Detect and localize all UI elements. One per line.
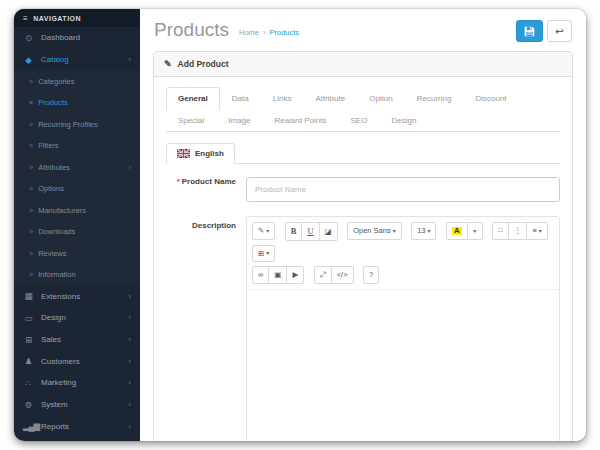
reply-arrow-icon: ↩ <box>555 26 563 37</box>
sidebar-item-extensions[interactable]: ▦ Extensions › <box>14 285 140 307</box>
unordered-list-button[interactable]: ∷ <box>492 222 509 240</box>
submenu-arrow-icon: » <box>29 184 33 193</box>
chevron-right-icon: › <box>128 422 131 431</box>
tab-design[interactable]: Design <box>379 109 428 132</box>
tab-attribute[interactable]: Attribute <box>303 87 357 110</box>
sidebar-item-label: Marketing <box>41 378 76 387</box>
insert-video-button[interactable]: ▶ <box>286 266 304 284</box>
back-button[interactable]: ↩ <box>547 20 572 42</box>
breadcrumb-home[interactable]: Home <box>239 28 259 37</box>
chevron-right-icon: › <box>128 55 131 64</box>
save-button[interactable] <box>516 20 543 42</box>
tab-data[interactable]: Data <box>220 87 261 110</box>
insert-link-button[interactable]: ∞ <box>252 266 269 284</box>
chevron-right-icon: › <box>128 335 131 344</box>
unordered-list-icon: ∷ <box>498 227 503 235</box>
sidebar-item-categories[interactable]: » Categories <box>14 70 140 92</box>
tab-recurring[interactable]: Recurring <box>405 87 464 110</box>
description-editing-area[interactable] <box>247 289 559 442</box>
sidebar-item-label: Reports <box>41 422 69 431</box>
tab-general[interactable]: General <box>166 87 220 110</box>
page-title: Products <box>154 20 229 39</box>
sidebar-item-products[interactable]: » Products <box>14 92 140 114</box>
insert-table-dropdown[interactable]: ⊞ ▾ <box>252 245 275 263</box>
sidebar-item-label: Options <box>38 184 64 193</box>
tab-option[interactable]: Option <box>357 87 405 110</box>
sidebar-item-label: Catalog <box>41 55 69 64</box>
sidebar-item-sales[interactable]: ⊞ Sales › <box>14 329 140 351</box>
sidebar-item-label: Extensions <box>41 292 80 301</box>
sidebar-item-label: System <box>41 400 68 409</box>
breadcrumb-current[interactable]: Products <box>270 28 300 37</box>
sidebar-item-system[interactable]: ⚙ System › <box>14 394 140 416</box>
tab-special[interactable]: Special <box>166 109 216 132</box>
help-icon: ? <box>369 271 373 279</box>
sidebar-item-attributes[interactable]: » Attributes › <box>14 156 140 178</box>
sidebar-item-label: Information <box>38 270 76 279</box>
sidebar-item-dashboard[interactable]: ⊙ Dashboard <box>14 27 140 49</box>
submenu-arrow-icon: » <box>29 77 33 86</box>
editor-toolbar: ✎ ▾ B U ◪ <box>247 217 559 289</box>
submenu-arrow-icon: » <box>29 270 33 279</box>
eraser-icon: ◪ <box>325 228 332 236</box>
user-icon: ♟ <box>23 356 34 366</box>
submenu-arrow-icon: » <box>29 141 33 150</box>
panel-title: Add Product <box>178 59 229 69</box>
tab-language-english[interactable]: English <box>166 143 235 164</box>
admin-window: ≡ NAVIGATION ⊙ Dashboard ◆ Catalog › » C… <box>14 9 586 441</box>
tab-seo[interactable]: SEO <box>339 109 380 132</box>
sidebar-item-customers[interactable]: ♟ Customers › <box>14 350 140 372</box>
panel-heading: ✎ Add Product <box>154 52 572 77</box>
sidebar-item-label: Products <box>38 98 68 107</box>
language-tab-label: English <box>195 149 224 158</box>
sidebar-item-manufacturers[interactable]: » Manufacturers <box>14 199 140 221</box>
paragraph-align-dropdown[interactable]: ≡ ▾ <box>526 222 547 240</box>
sidebar-item-marketing[interactable]: ∴ Marketing › <box>14 372 140 394</box>
table-icon: ⊞ <box>258 250 264 258</box>
sidebar-item-design[interactable]: ▭ Design › <box>14 307 140 329</box>
font-color-dropdown[interactable]: ▾ <box>467 222 483 240</box>
page-header: Products Home › Products <box>140 9 586 48</box>
chevron-right-icon: › <box>128 313 131 322</box>
chevron-right-icon: › <box>128 378 131 387</box>
sidebar-item-catalog[interactable]: ◆ Catalog › <box>14 49 140 71</box>
sidebar-header-label: NAVIGATION <box>33 15 81 22</box>
required-mark: * <box>177 177 180 186</box>
underline-button[interactable]: U <box>301 222 319 241</box>
ordered-list-icon: ⋮ <box>514 227 522 235</box>
tag-icon: ◆ <box>23 55 34 65</box>
product-name-input[interactable] <box>246 177 560 202</box>
sidebar-item-label: Manufacturers <box>38 206 86 215</box>
tab-reward-points[interactable]: Reward Points <box>262 109 338 132</box>
sidebar-item-recurring-profiles[interactable]: » Recurring Profiles <box>14 113 140 135</box>
breadcrumb-separator: › <box>263 28 266 37</box>
sidebar-item-reviews[interactable]: » Reviews <box>14 242 140 264</box>
uk-flag-icon <box>177 149 190 158</box>
caret-down-icon: ▾ <box>266 250 269 256</box>
clear-formatting-button[interactable]: ◪ <box>319 222 338 241</box>
font-family-dropdown[interactable]: Open Sans ▾ <box>347 222 402 240</box>
style-button[interactable]: ✎ ▾ <box>252 222 275 240</box>
sidebar-item-filters[interactable]: » Filters <box>14 135 140 157</box>
help-button[interactable]: ? <box>363 266 379 284</box>
sidebar-item-options[interactable]: » Options <box>14 178 140 200</box>
insert-image-button[interactable]: ▣ <box>268 266 287 284</box>
breadcrumb: Home › Products <box>239 28 299 37</box>
submenu-arrow-icon: » <box>29 120 33 129</box>
font-size-dropdown[interactable]: 13 ▾ <box>411 222 436 240</box>
sidebar-item-downloads[interactable]: » Downloads <box>14 221 140 243</box>
caret-down-icon: ▾ <box>473 228 476 234</box>
ordered-list-button[interactable]: ⋮ <box>508 222 528 240</box>
floppy-disk-icon <box>524 26 535 37</box>
fullscreen-button[interactable]: ⤢ <box>314 266 332 284</box>
sidebar-item-reports[interactable]: ▂▄▆ Reports › <box>14 416 140 438</box>
font-color-button[interactable]: A <box>446 222 468 240</box>
code-view-button[interactable]: </> <box>331 266 354 284</box>
tab-links[interactable]: Links <box>261 87 304 110</box>
bold-button[interactable]: B <box>285 222 303 241</box>
sidebar-item-label: Customers <box>41 357 80 366</box>
sidebar-item-information[interactable]: » Information <box>14 264 140 286</box>
tab-image[interactable]: Image <box>216 109 262 132</box>
dashboard-icon: ⊙ <box>23 33 34 43</box>
tab-discount[interactable]: Discount <box>463 87 518 110</box>
